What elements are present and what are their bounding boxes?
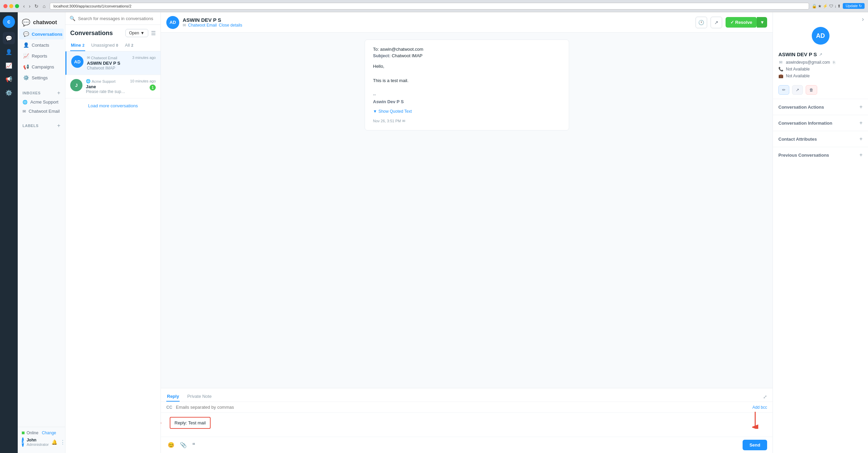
campaigns-icon: 📢 [5,76,12,82]
user-avatar: J [22,437,24,447]
sidebar-contacts-label: Contacts [32,43,49,48]
resolve-group: ✓ Resolve ▼ [726,17,767,28]
load-more-button[interactable]: Load more conversations [65,98,161,113]
conversation-source: 🌐 Acme Support [86,79,127,83]
tab-unassigned[interactable]: Unassigned 0 [91,40,119,51]
app-logo[interactable]: c [3,16,15,28]
reply-tabs: Reply Private Note ⤢ [161,388,773,402]
view-contact-button[interactable]: ↗ [792,85,803,95]
conversation-actions-title: Conversation Actions [778,105,824,110]
sidebar-item-reports[interactable]: 📈 Reports [19,50,64,61]
browser-chrome: ‹ › ↻ ⌂ localhost:3000/app/accounts/1/co… [0,0,868,12]
copy-email-icon[interactable]: ⎘ [833,60,835,64]
minimize-dot[interactable] [9,4,13,8]
address-bar[interactable]: localhost:3000/app/accounts/1/conversati… [50,3,809,10]
conversation-content: ✉ Chatwoot Email ASWIN DEV P S Chatwoot … [87,56,129,71]
conversation-header: AD ASWIN DEV P S ✉ Chatwoot Email Close … [161,12,773,33]
sidebar-item-contacts[interactable]: 👤 Contacts [19,40,64,50]
conversations-panel: 🔍 Conversations Open ▼ ☰ Mine 2 Unassign… [65,12,161,453]
tab-all[interactable]: All 2 [124,40,134,51]
expand-button[interactable]: ⤢ [763,394,767,400]
contact-attributes-add-button[interactable]: + [859,136,863,142]
contact-email: aswindevps@gmail.com [786,60,830,65]
reports-icon: 📈 [5,62,12,69]
list-item[interactable]: AD ✉ Chatwoot Email ASWIN DEV P S Chatwo… [65,51,161,75]
emoji-icon: 😊 [168,442,174,448]
resolve-dropdown-button[interactable]: ▼ [757,17,767,28]
show-quoted-button[interactable]: ▼ Show Quoted Text [373,108,561,115]
external-link-icon[interactable]: ↗ [819,52,822,57]
share-button[interactable]: ↗ [711,17,722,28]
sidebar-app-name: chatwoot [33,19,57,26]
search-conversation-button[interactable]: 🕐 [696,17,707,28]
list-item[interactable]: J 🌐 Acme Support Jane Please rate the su… [65,75,161,98]
filter-button[interactable]: ☰ [151,30,156,36]
sidebar-item-settings[interactable]: ⚙️ Settings [19,72,64,83]
conversation-actions-header[interactable]: Conversation Actions + [773,99,868,115]
update-button[interactable]: Update ↻ [843,3,865,9]
maximize-dot[interactable] [15,4,19,8]
down-arrow-indicator [750,412,760,429]
attachment-button[interactable]: 📎 [179,440,188,450]
reports-nav-icon: 📈 [23,53,29,59]
nav-reports[interactable]: 📈 [3,59,15,72]
inbox-name-link[interactable]: Chatwoot Email [188,23,217,28]
dropdown-chevron-icon: ▼ [140,31,144,35]
email-icon: ✉ [402,119,405,123]
contacts-nav-icon: 👤 [23,42,29,48]
cc-row: CC Add bcc [161,402,773,413]
add-bcc-button[interactable]: Add bcc [752,405,767,410]
close-dot[interactable] [3,4,7,8]
user-role: Administrator [27,442,49,447]
cc-input[interactable] [176,405,750,410]
home-button[interactable]: ⌂ [41,3,47,10]
email-signature-name: Aswin Dev P S [373,98,561,106]
more-options-button[interactable]: ⋮ [60,439,65,446]
back-button[interactable]: ‹ [22,3,26,10]
tab-mine[interactable]: Mine 2 [70,40,85,51]
previous-conversations-add-button[interactable]: + [859,152,863,158]
settings-nav-icon: ⚙️ [23,75,29,80]
refresh-button[interactable]: ↻ [33,3,40,10]
notifications-button[interactable]: 🔔 [51,439,57,445]
delete-contact-button[interactable]: 🗑 [806,85,817,95]
nav-conversations[interactable]: 💬 [3,32,15,44]
email-body-text: This is a test mail. [373,77,561,84]
nav-campaigns[interactable]: 📢 [3,73,15,85]
reply-input[interactable]: Reply: Test mail [170,417,211,429]
nav-contacts[interactable]: 👤 [3,46,15,58]
collapse-sidebar-button[interactable]: › [862,16,864,23]
phone-field-icon: 📞 [778,67,783,72]
right-sidebar: › AD ASWIN DEV P S ↗ ✉ aswindevps@gmail.… [773,12,868,453]
email-subject-field: Subject: Chatwoot IMAP [373,53,561,58]
open-dropdown-button[interactable]: Open ▼ [125,29,148,37]
unread-badge: 1 [150,84,156,91]
nav-settings[interactable]: ⚙️ [3,87,15,99]
send-button[interactable]: Send [743,440,767,450]
tab-reply[interactable]: Reply [166,392,180,402]
close-details-link[interactable]: Close details [219,23,242,28]
search-input[interactable] [78,16,156,21]
email-to-field: To: aswin@chatwoot.com [373,47,561,52]
quote-icon: ❝ [192,442,195,448]
forward-button[interactable]: › [28,3,32,10]
cc-label: CC [166,405,173,410]
tab-private-note[interactable]: Private Note [186,392,212,402]
inbox-item-acme[interactable]: 🌐 Acme Support [18,97,65,107]
add-inbox-button[interactable]: + [57,90,60,96]
emoji-button[interactable]: 😊 [166,440,176,450]
contact-attributes-header[interactable]: Contact Attributes + [773,131,868,147]
resolve-button[interactable]: ✓ Resolve [726,17,757,28]
conversation-actions-add-button[interactable]: + [859,104,863,110]
conversation-information-header[interactable]: Conversation Information + [773,115,868,131]
conversation-information-add-button[interactable]: + [859,120,863,126]
add-label-button[interactable]: + [57,123,60,129]
conversation-contact-name-header: ASWIN DEV P S [183,17,242,23]
sidebar-item-campaigns[interactable]: 📢 Campaigns [19,61,64,72]
sidebar-item-conversations[interactable]: 💬 Conversations [19,29,64,40]
edit-contact-button[interactable]: ✏ [778,85,789,95]
quote-button[interactable]: ❝ [191,440,197,450]
previous-conversations-header[interactable]: Previous Conversations + [773,147,868,163]
inbox-item-chatwoot-email[interactable]: ✉ Chatwoot Email [18,107,65,116]
change-status-button[interactable]: Change [42,431,56,435]
